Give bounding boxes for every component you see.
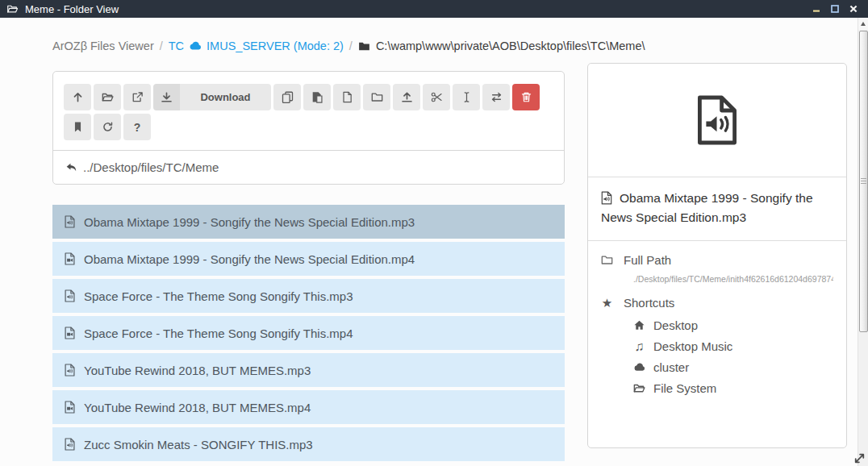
file-properties-panel: Obama Mixtape 1999 - Songify the News Sp…: [587, 63, 847, 448]
download-icon-wrap: [153, 84, 180, 110]
toolbar-row-1: Download: [64, 84, 553, 110]
paste-icon: [311, 91, 323, 103]
breadcrumb-storage-label: TC: [169, 40, 184, 52]
breadcrumb-current-path[interactable]: C:\wamp\www\private\AOB\Desktop\files\TC…: [358, 40, 645, 52]
full-path-label: Full Path: [624, 253, 671, 267]
vertical-scrollbar: [858, 18, 868, 466]
breadcrumb-server-label: IMUS_SERVER (Mode: 2): [207, 40, 344, 52]
breadcrumb: ArOZβ Files Viewer / TC IMUS_SERVER (Mod…: [52, 40, 645, 52]
music-icon: ♫: [633, 340, 645, 352]
shortcut-label: Desktop: [653, 318, 698, 332]
scrollbar-up-button[interactable]: [858, 18, 868, 30]
new-file-icon: [341, 91, 353, 103]
file-list: Obama Mixtape 1999 - Songify the News Sp…: [52, 205, 565, 464]
shortcut-item-cluster[interactable]: cluster: [601, 360, 833, 374]
trash-icon: [520, 91, 532, 103]
file-name: Obama Mixtape 1999 - Songify the News Sp…: [84, 252, 415, 266]
window-resize-grip[interactable]: [853, 451, 866, 465]
file-name: Obama Mixtape 1999 - Songify the News Sp…: [84, 215, 415, 229]
folder-outline-icon: [601, 254, 613, 266]
breadcrumb-app-name: ArOZβ Files Viewer: [52, 40, 154, 52]
new-folder-button[interactable]: [363, 84, 390, 110]
shortcut-item-file-system[interactable]: File System: [601, 381, 833, 395]
triangle-up-icon: [861, 22, 866, 26]
cut-button[interactable]: [423, 84, 450, 110]
download-icon: [161, 91, 173, 103]
open-in-new-window-button[interactable]: [123, 84, 151, 110]
breadcrumb-separator: /: [160, 40, 163, 52]
scrollbar-thumb[interactable]: [859, 31, 868, 332]
help-button[interactable]: ?: [123, 114, 151, 140]
help-button-label: ?: [134, 121, 141, 134]
minimize-icon: [812, 5, 820, 13]
refresh-icon: [102, 121, 114, 133]
new-folder-icon: [371, 91, 383, 103]
file-name: YouTube Rewind 2018, BUT MEMES.mp3: [84, 364, 311, 377]
file-row[interactable]: Space Force - The Theme Song Songify Thi…: [52, 279, 565, 313]
move-button[interactable]: [482, 84, 510, 110]
audio-file-icon: [65, 289, 75, 302]
file-row[interactable]: Obama Mixtape 1999 - Songify the News Sp…: [52, 242, 565, 276]
delete-button[interactable]: [512, 84, 540, 110]
shortcut-label: cluster: [653, 360, 689, 374]
bookmark-button[interactable]: [64, 114, 91, 140]
go-up-button[interactable]: [64, 84, 91, 110]
refresh-button[interactable]: [94, 114, 121, 140]
close-button[interactable]: [848, 3, 859, 15]
file-row[interactable]: YouTube Rewind 2018, BUT MEMES.mp4: [52, 390, 565, 424]
shortcut-label: File System: [653, 381, 716, 395]
file-name: Space Force - The Theme Song Songify Thi…: [84, 289, 353, 303]
audio-file-icon: [65, 438, 75, 451]
file-row[interactable]: Space Force - The Theme Song Songify Thi…: [52, 316, 565, 350]
toolbar: Download ?: [53, 72, 564, 150]
file-row[interactable]: YouTube Rewind 2018, BUT MEMES.mp3: [52, 353, 565, 387]
toolbar-card: Download ? ../Desktop/files/TC/Meme: [52, 71, 565, 185]
star-icon: ★: [601, 297, 613, 309]
copy-button[interactable]: [273, 84, 301, 110]
copy-icon: [282, 91, 294, 103]
breadcrumb-separator: /: [349, 40, 353, 52]
file-row[interactable]: Zucc Smokin Meats - SONGIFY THIS.mp3: [52, 427, 565, 461]
download-button[interactable]: Download: [153, 84, 271, 110]
maximize-button[interactable]: [829, 3, 841, 15]
cloud-icon: [189, 40, 202, 52]
shortcut-item-desktop-music[interactable]: ♫ Desktop Music: [601, 339, 833, 353]
video-file-icon: [65, 252, 75, 265]
paste-button[interactable]: [303, 84, 331, 110]
video-file-icon: [65, 401, 75, 414]
upload-icon: [401, 91, 413, 103]
minimize-button[interactable]: [811, 3, 822, 15]
current-path-label: ../Desktop/files/TC/Meme: [83, 160, 219, 174]
file-name: Zucc Smokin Meats - SONGIFY THIS.mp3: [84, 438, 313, 451]
selected-file-name-label: Obama Mixtape 1999 - Songify the News Sp…: [601, 191, 813, 224]
maximize-icon: [831, 5, 839, 13]
shortcut-item-desktop[interactable]: Desktop: [601, 318, 833, 332]
rename-button[interactable]: [453, 84, 480, 110]
audio-file-icon: [65, 215, 75, 228]
new-file-button[interactable]: [333, 84, 361, 110]
upload-button[interactable]: [393, 84, 420, 110]
home-icon: [633, 319, 645, 331]
file-name: Space Force - The Theme Song Songify Thi…: [84, 327, 353, 340]
current-path-bar[interactable]: ../Desktop/files/TC/Meme: [53, 150, 564, 184]
file-row[interactable]: Obama Mixtape 1999 - Songify the News Sp…: [52, 205, 565, 239]
open-button[interactable]: [94, 84, 121, 110]
shortcut-label: Desktop Music: [653, 339, 732, 353]
scissors-icon: [431, 91, 443, 103]
cloud-icon: [633, 361, 645, 373]
toolbar-row-2: ?: [64, 114, 553, 140]
close-icon: [849, 5, 858, 13]
folder-open-icon: [6, 3, 19, 15]
folder-open-icon: [102, 91, 114, 103]
exchange-arrows-icon: [490, 91, 503, 103]
full-path-header: Full Path: [601, 253, 833, 267]
audio-file-icon: [696, 94, 738, 146]
window-title: Meme - Folder View: [25, 3, 119, 15]
selected-file-name: Obama Mixtape 1999 - Songify the News Sp…: [588, 177, 846, 241]
text-cursor-icon: [461, 91, 473, 103]
arrow-up-icon: [72, 91, 84, 103]
window-titlebar: Meme - Folder View: [0, 0, 868, 18]
folder-icon: [358, 40, 370, 52]
breadcrumb-server-link[interactable]: TC IMUS_SERVER (Mode: 2): [169, 40, 344, 52]
download-button-label: Download: [180, 91, 271, 103]
